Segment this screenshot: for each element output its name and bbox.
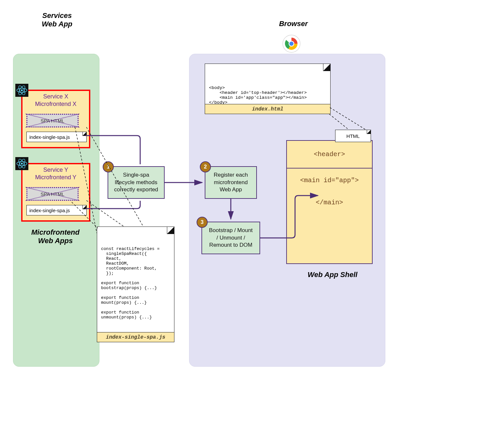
html-file-chip: HTML (335, 130, 371, 142)
step-2-badge: 2 (200, 161, 211, 172)
browser-title: Browser (264, 20, 323, 28)
step-3-box: 3 Bootstrap / Mount / Unmount / Remount … (201, 222, 260, 254)
svg-point-7 (21, 163, 23, 165)
file-label: index-single-spa.js (29, 134, 70, 140)
step-1-badge: 1 (103, 161, 114, 172)
code-doc: const reactLifecycles = singleSpaReact({… (97, 227, 174, 342)
spa-html-chip: SPA HTML (26, 114, 79, 127)
code-body: const reactLifecycles = singleSpaReact({… (101, 246, 170, 320)
mf-x-title: Service X Microfrontend X (22, 93, 89, 108)
mf-y-title: Service Y Microfrontend Y (22, 166, 89, 182)
index-html-doc: <body> <header id='top-header'></header>… (205, 64, 331, 114)
microfrontends-title: Microfrontend Web Apps (23, 228, 88, 245)
index-html-body: <body> <header id='top-header'></header>… (209, 85, 326, 105)
react-icon (15, 84, 28, 97)
svg-point-2 (289, 42, 294, 46)
microfrontend-x-box: Service X Microfrontend X SPA HTML index… (21, 90, 90, 148)
index-single-spa-file: index-single-spa.js (26, 205, 87, 215)
svg-point-3 (21, 89, 23, 91)
shell-main-cell: <main id="app"> </main> (287, 169, 372, 215)
shell-header-cell: <header> (287, 141, 372, 169)
shell-main-open: <main id="app"> (293, 174, 366, 187)
chrome-icon (282, 34, 301, 53)
spa-html-chip: SPA HTML (26, 187, 79, 201)
services-title: Services Web App (28, 11, 86, 28)
microfrontend-y-box: Service Y Microfrontend Y SPA HTML index… (21, 163, 90, 222)
step-1-box: 1 Single-spa lifecycle methods correctly… (108, 166, 165, 199)
spa-html-label: SPA HTML (40, 118, 64, 124)
shell-main-close: </main> (293, 197, 366, 209)
step-3-badge: 3 (197, 217, 208, 228)
web-app-shell-title: Web App Shell (300, 271, 365, 279)
step-3-label: Bootstrap / Mount / Unmount / Remount to… (209, 227, 253, 249)
step-2-label: Register each microfrontend Web App (214, 171, 248, 194)
step-2-box: 2 Register each microfrontend Web App (205, 166, 257, 199)
code-file-label: index-single-spa.js (97, 332, 174, 342)
file-label: index-single-spa.js (29, 208, 70, 213)
web-app-shell-box: <header> <main id="app"> </main> (286, 140, 373, 264)
index-html-label: index.html (205, 104, 330, 114)
react-icon (15, 157, 28, 170)
html-chip-label: HTML (347, 133, 360, 139)
spa-html-label: SPA HTML (40, 191, 64, 197)
step-1-label: Single-spa lifecycle methods correctly e… (114, 171, 158, 194)
index-single-spa-file: index-single-spa.js (26, 132, 87, 142)
